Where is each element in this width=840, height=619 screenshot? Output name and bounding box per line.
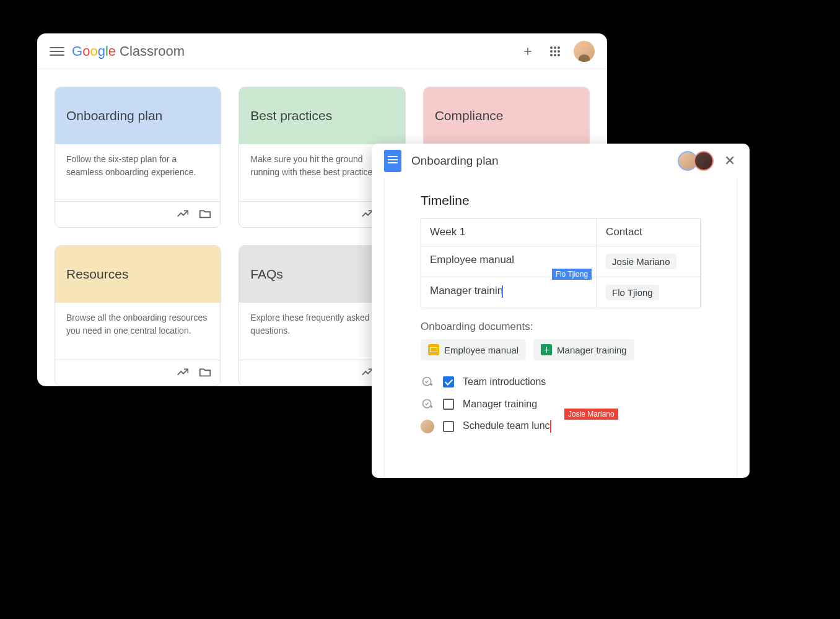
add-check-icon[interactable] bbox=[421, 375, 434, 389]
card-title: Best practices bbox=[250, 108, 332, 123]
docs-title: Onboarding plan bbox=[411, 154, 681, 168]
contact-chip[interactable]: Flo Tjiong bbox=[606, 285, 659, 300]
checklist-text[interactable]: Team introductions bbox=[463, 376, 546, 387]
chip-label: Employee manual bbox=[444, 345, 518, 355]
table-row: Manager trainin Flo Tjiong Flo Tjiong bbox=[421, 277, 700, 308]
app-title: Classroom bbox=[120, 43, 185, 59]
table-task[interactable]: Manager trainin Flo Tjiong bbox=[421, 277, 597, 308]
slides-icon bbox=[428, 344, 439, 355]
doc-chip-manager-training[interactable]: Manager training bbox=[533, 339, 634, 360]
doc-chip-employee-manual[interactable]: Employee manual bbox=[421, 339, 526, 360]
checklist-item: Team introductions bbox=[421, 375, 701, 389]
classroom-header: Google Classroom bbox=[37, 33, 607, 69]
card-title: Onboarding plan bbox=[66, 108, 162, 123]
timeline-heading: Timeline bbox=[421, 193, 701, 208]
svg-point-4 bbox=[558, 46, 560, 49]
card-desc: Browse all the onboarding resources you … bbox=[55, 303, 221, 360]
svg-point-7 bbox=[558, 50, 560, 53]
checkbox-checked[interactable] bbox=[443, 376, 454, 387]
card-title: FAQs bbox=[250, 267, 283, 282]
svg-point-8 bbox=[550, 54, 553, 56]
svg-point-2 bbox=[550, 46, 553, 49]
doc-chips-row: Employee manual Manager training bbox=[421, 339, 701, 360]
create-plus-icon[interactable] bbox=[520, 44, 535, 59]
checklist-text[interactable]: Schedule team lunc bbox=[463, 420, 551, 433]
onboarding-docs-label: Onboarding documents: bbox=[421, 321, 701, 333]
svg-point-6 bbox=[554, 50, 556, 53]
collaborator-avatar-icon bbox=[421, 420, 434, 433]
card-title: Resources bbox=[66, 267, 128, 282]
sheets-icon bbox=[541, 344, 552, 355]
card-desc: Follow the six-step plan for a seamless … bbox=[55, 144, 221, 201]
docs-header: Onboarding plan ✕ bbox=[372, 144, 750, 178]
svg-point-9 bbox=[554, 54, 556, 56]
class-card-resources[interactable]: Resources Browse all the onboarding reso… bbox=[55, 245, 221, 386]
collaborator-cursor bbox=[502, 285, 503, 298]
checkbox-unchecked[interactable] bbox=[443, 399, 454, 410]
card-footer bbox=[55, 360, 221, 386]
card-header: Resources bbox=[55, 246, 221, 303]
docs-body: Timeline Week 1 Contact Employee manual … bbox=[384, 178, 737, 478]
table-header-left: Week 1 bbox=[421, 219, 597, 246]
collaborator-avatar[interactable] bbox=[694, 151, 714, 171]
contact-chip[interactable]: Josie Mariano bbox=[606, 254, 676, 269]
checkbox-unchecked[interactable] bbox=[443, 421, 454, 432]
table-contact: Flo Tjiong bbox=[597, 277, 700, 308]
checklist-item: Manager training bbox=[421, 397, 701, 411]
svg-point-5 bbox=[550, 50, 553, 53]
cursor-label-blue: Flo Tjiong bbox=[552, 269, 592, 280]
card-title: Compliance bbox=[435, 108, 504, 123]
google-logo: Google bbox=[72, 43, 116, 59]
table-header-row: Week 1 Contact bbox=[421, 219, 700, 246]
menu-icon[interactable] bbox=[50, 44, 64, 59]
svg-point-3 bbox=[554, 46, 556, 49]
analytics-icon[interactable] bbox=[176, 365, 190, 379]
docs-window: Onboarding plan ✕ Timeline Week 1 Contac… bbox=[372, 144, 750, 478]
timeline-table: Week 1 Contact Employee manual Josie Mar… bbox=[421, 218, 701, 308]
close-icon[interactable]: ✕ bbox=[722, 153, 737, 169]
apps-grid-icon[interactable] bbox=[548, 44, 562, 59]
folder-icon[interactable] bbox=[198, 207, 212, 220]
chip-label: Manager training bbox=[557, 345, 627, 355]
checklist-item: Schedule team lunc Josie Mariano bbox=[421, 420, 701, 433]
class-card-onboarding-plan[interactable]: Onboarding plan Follow the six-step plan… bbox=[55, 87, 221, 228]
analytics-icon[interactable] bbox=[176, 207, 190, 220]
cursor-label-red: Josie Mariano bbox=[564, 409, 618, 420]
svg-point-10 bbox=[558, 54, 560, 56]
checklist: Team introductions Manager training Sche… bbox=[421, 375, 701, 433]
table-header-right: Contact bbox=[597, 219, 700, 246]
collaborator-avatars bbox=[681, 151, 714, 171]
collaborator-cursor bbox=[550, 420, 551, 433]
card-header: Best practices bbox=[239, 87, 405, 144]
add-check-icon[interactable] bbox=[421, 397, 434, 411]
folder-icon[interactable] bbox=[198, 365, 212, 379]
user-avatar[interactable] bbox=[574, 41, 595, 62]
google-docs-icon bbox=[384, 150, 401, 172]
table-contact: Josie Mariano bbox=[597, 246, 700, 277]
card-header: Compliance bbox=[424, 87, 589, 144]
checklist-text[interactable]: Manager training bbox=[463, 399, 537, 410]
card-header: Onboarding plan bbox=[55, 87, 221, 144]
card-footer bbox=[55, 201, 221, 227]
